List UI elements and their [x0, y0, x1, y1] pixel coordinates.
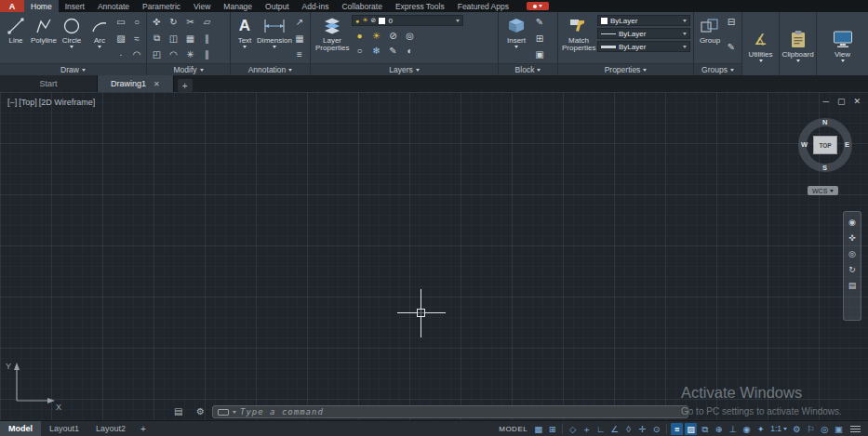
draw-panel-title[interactable]: Draw	[0, 63, 146, 75]
text-tool[interactable]: A Text	[233, 12, 257, 63]
command-customize-icon[interactable]: ▤	[174, 406, 182, 416]
infer-constraints-icon[interactable]: ◇	[567, 423, 579, 435]
block-panel-title[interactable]: Block	[499, 63, 557, 75]
wrench-icon[interactable]: ⚙	[196, 406, 205, 416]
snap-mode-icon[interactable]: ⊞	[546, 423, 558, 435]
match-properties-tool[interactable]: Match Properties	[560, 12, 597, 63]
group-edit-icon[interactable]: ✎	[724, 40, 739, 54]
object-color-dropdown[interactable]: ByLayer	[597, 15, 690, 26]
new-drawing-button[interactable]: +	[178, 79, 193, 92]
annotation-panel-title[interactable]: Annotation	[231, 63, 310, 75]
layer-dropdown[interactable]: ● ☀ ⊘ 0	[352, 15, 463, 26]
close-icon[interactable]: ✕	[853, 97, 861, 106]
layer-unisolate-icon[interactable]: ◐	[402, 44, 418, 58]
menu-tab-home[interactable]: Home	[24, 0, 59, 12]
tab-layout1[interactable]: Layout1	[41, 421, 87, 436]
define-attributes-icon[interactable]: ▣	[532, 47, 547, 61]
rotate-icon[interactable]: ↻	[166, 15, 181, 29]
layer-freeze-icon[interactable]: ❄	[368, 44, 384, 58]
new-layout-button[interactable]: +	[134, 424, 153, 434]
erase-icon[interactable]: ▱	[199, 15, 215, 29]
isolate-objects-icon[interactable]: ◎	[819, 423, 831, 435]
viewport-view-control[interactable]: [Top]	[19, 98, 37, 107]
match-layer-icon[interactable]: ✎	[385, 44, 401, 58]
tab-drawing1[interactable]: Drawing1 ✕	[98, 75, 174, 92]
circle-tool[interactable]: Circle	[58, 12, 86, 63]
utilities-tool[interactable]: ∡ Utilities	[744, 26, 777, 62]
arc-segment-icon[interactable]: ◠	[129, 47, 144, 61]
object-snap-icon[interactable]: ⊙	[650, 423, 662, 435]
layer-isolate-icon[interactable]: ◎	[402, 29, 418, 43]
menu-tab-featured-apps[interactable]: Featured Apps	[451, 0, 515, 12]
close-tab-icon[interactable]: ✕	[154, 80, 160, 88]
move-icon[interactable]: ✜	[149, 15, 165, 29]
layer-properties-tool[interactable]: Layer Properties	[313, 12, 352, 63]
customization-menu-icon[interactable]	[850, 426, 861, 432]
array-icon[interactable]: ▦	[182, 32, 198, 46]
orbit-icon[interactable]: ↻	[848, 266, 856, 274]
menu-tab-collaborate[interactable]: Collaborate	[335, 0, 388, 12]
menu-tab-output[interactable]: Output	[259, 0, 296, 12]
3d-object-snap-icon[interactable]: ⊕	[713, 423, 725, 435]
create-block-icon[interactable]: ⊞	[532, 32, 547, 46]
graphics-performance-icon[interactable]: ▣	[833, 423, 845, 435]
lineweight-dropdown[interactable]: ByLayer	[597, 41, 690, 52]
tab-start[interactable]: Start	[0, 75, 98, 92]
stretch-icon[interactable]: ∥	[199, 47, 215, 61]
wcs-menu[interactable]: WCS	[808, 186, 838, 195]
ortho-mode-icon[interactable]: ∟	[594, 423, 607, 435]
line-tool[interactable]: Line	[2, 12, 30, 63]
autoscale-icon[interactable]: ✦	[754, 423, 767, 435]
point-icon[interactable]: ∙	[114, 47, 128, 61]
properties-panel-title[interactable]: Properties	[558, 63, 693, 75]
dynamic-ucs-icon[interactable]: ⊥	[727, 423, 739, 435]
viewcube-east[interactable]: E	[845, 140, 849, 149]
rectangle-icon[interactable]: ▭	[114, 15, 128, 29]
offset-icon[interactable]: ∥	[199, 32, 215, 46]
hatch-icon[interactable]: ▨	[114, 32, 128, 46]
view-tool[interactable]: View	[824, 26, 861, 62]
layer-off-icon[interactable]: ○	[352, 44, 367, 58]
menu-tab-view[interactable]: View	[187, 0, 217, 12]
osnap-tracking-icon[interactable]: ✛	[636, 423, 648, 435]
annotation-visibility-icon[interactable]: ◉	[741, 423, 753, 435]
menu-tab-insert[interactable]: Insert	[59, 0, 91, 12]
clipboard-tool[interactable]: Clipboard	[781, 26, 814, 62]
dimension-tool[interactable]: Dimension	[257, 12, 292, 63]
fillet-icon[interactable]: ◠	[166, 47, 181, 61]
polyline-tool[interactable]: Polyline	[30, 12, 58, 63]
arc-tool[interactable]: Arc	[86, 12, 114, 63]
mirror-icon[interactable]: ◫	[166, 32, 181, 46]
grid-icon[interactable]: ▦	[532, 423, 544, 435]
lineweight-icon[interactable]: ≡	[671, 423, 683, 435]
pan-icon[interactable]: ✜	[848, 234, 856, 243]
viewport-collapse-control[interactable]: [−]	[7, 98, 17, 107]
tab-layout2[interactable]: Layout2	[87, 421, 134, 436]
tab-model[interactable]: Model	[0, 421, 41, 436]
workspace-icon[interactable]: ⚙	[791, 423, 803, 435]
menu-tab-addins[interactable]: Add-ins	[296, 0, 336, 12]
viewcube[interactable]: N W E S TOP	[798, 118, 852, 172]
linetype-dropdown[interactable]: ByLayer	[597, 28, 690, 39]
menu-tab-manage[interactable]: Manage	[217, 0, 259, 12]
viewcube-south[interactable]: S	[822, 164, 827, 172]
scale-icon[interactable]: ◰	[149, 47, 165, 61]
ellipse-icon[interactable]: ○	[129, 15, 144, 29]
transparency-icon[interactable]: ▨	[685, 423, 697, 435]
polar-tracking-icon[interactable]: ∠	[608, 423, 621, 435]
viewport-visual-style-control[interactable]: [2D Wireframe]	[39, 98, 96, 107]
insert-tool[interactable]: Insert	[501, 12, 532, 63]
explode-icon[interactable]: ✳	[182, 47, 198, 61]
spline-icon[interactable]: ≈	[129, 32, 144, 46]
annotation-monitor-icon[interactable]: ⚐	[805, 423, 817, 435]
table-icon[interactable]: ▦	[292, 32, 307, 46]
restore-icon[interactable]: ▢	[837, 97, 846, 106]
isometric-drafting-icon[interactable]: ◊	[622, 423, 634, 435]
trim-icon[interactable]: ✂	[182, 15, 198, 29]
menu-tab-express-tools[interactable]: Express Tools	[389, 0, 451, 12]
viewcube-west[interactable]: W	[801, 140, 808, 149]
model-space-label[interactable]: MODEL	[499, 425, 527, 433]
dynamic-input-icon[interactable]: ＋	[581, 423, 593, 435]
modify-panel-title[interactable]: Modify	[147, 63, 230, 75]
ungroup-icon[interactable]: ⊟	[724, 15, 739, 29]
